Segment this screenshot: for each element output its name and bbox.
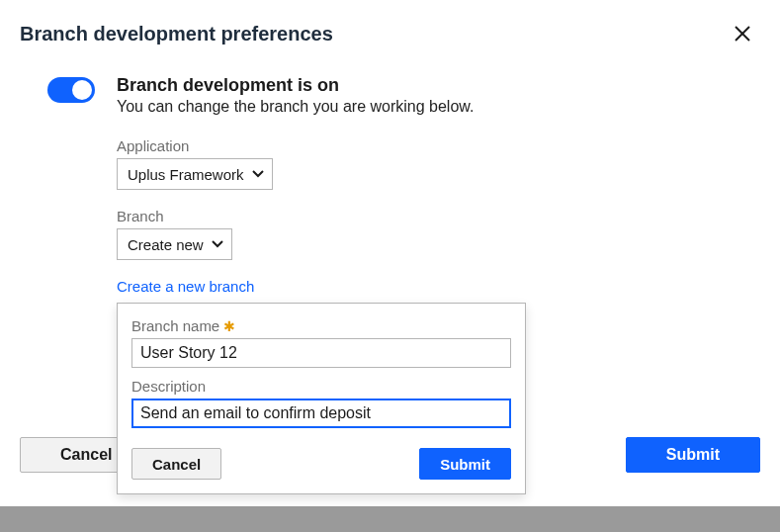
required-icon: ✱ (223, 318, 235, 334)
chevron-down-icon (212, 240, 223, 248)
dialog-header: Branch development preferences (0, 0, 780, 47)
application-label: Application (117, 137, 760, 154)
close-icon (734, 25, 751, 43)
create-branch-panel: Branch name ✱ Description Cancel Submit (117, 303, 526, 494)
submit-button[interactable]: Submit (626, 437, 760, 473)
dialog-title: Branch development preferences (20, 23, 333, 45)
create-branch-link[interactable]: Create a new branch (117, 278, 254, 295)
close-button[interactable] (729, 20, 756, 47)
toggle-title: Branch development is on (117, 75, 760, 96)
branch-name-label: Branch name ✱ (131, 317, 511, 334)
description-label: Description (131, 378, 511, 395)
branch-value: Create new (128, 236, 204, 253)
description-input[interactable] (131, 399, 511, 428)
chevron-down-icon (252, 170, 264, 178)
branch-select[interactable]: Create new (117, 228, 232, 260)
toggle-description: You can change the branch you are workin… (117, 98, 760, 116)
application-select[interactable]: Uplus Framework (117, 158, 273, 190)
footer-bar (0, 506, 780, 532)
branch-dev-toggle[interactable] (47, 77, 95, 103)
dialog-content: Branch development is on You can change … (117, 75, 760, 494)
branch-name-input[interactable] (131, 338, 511, 368)
panel-submit-button[interactable]: Submit (419, 448, 511, 480)
branch-label: Branch (117, 208, 760, 224)
application-value: Uplus Framework (128, 166, 244, 183)
panel-cancel-button[interactable]: Cancel (131, 448, 221, 480)
